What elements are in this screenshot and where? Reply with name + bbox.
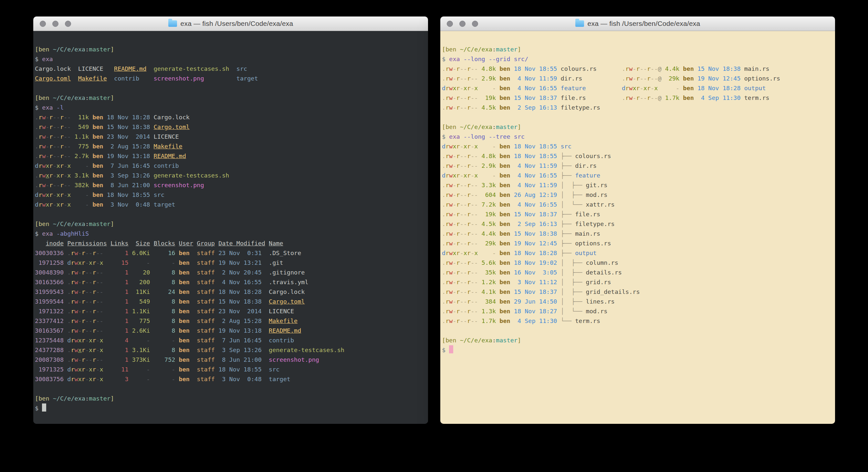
terminal-line: 30163567 .rw-r--r-- 1 2.6Ki 8 ben staff … bbox=[35, 326, 426, 335]
terminal-line: .rw-r--r-- 1.2k ben 3 Nov 11:12 │ ├── gr… bbox=[442, 277, 833, 287]
terminal-line: 30083756 drwxr-xr-x 3 - - ben staff 3 No… bbox=[35, 374, 426, 384]
terminal-line: 30030336 .rw-r--r-- 1 6.0Ki 16 ben staff… bbox=[35, 248, 426, 258]
terminal-line: .rw-r--r-- 775 ben 2 Aug 15:28 Makefile bbox=[35, 142, 426, 151]
window-title: exa — fish /Users/ben/Code/exa/exa bbox=[168, 20, 293, 28]
terminal-line: [ben ~/C/e/exa:master] bbox=[35, 45, 426, 54]
window-controls bbox=[447, 17, 478, 31]
terminal-line: drwxr-xr-x - ben 3 Nov 0:48 target bbox=[35, 200, 426, 209]
zoom-button[interactable] bbox=[65, 21, 71, 27]
terminal-line: .rw-r--r-- 4.5k ben 2 Sep 16:13 ├── file… bbox=[442, 219, 833, 229]
terminal-line bbox=[35, 83, 426, 93]
terminal-line: 30163566 .rw-r--r-- 1 200 8 ben staff 4 … bbox=[35, 277, 426, 287]
terminal-line bbox=[35, 209, 426, 219]
window-controls bbox=[40, 17, 71, 31]
terminal-line: Cargo.lock LICENCE README.md generate-te… bbox=[35, 64, 426, 74]
terminal-line: $ exa --long --grid src/ bbox=[442, 54, 833, 64]
terminal-line: .rw-r--r-- 7.2k ben 4 Nov 16:55 │ └── xa… bbox=[442, 200, 833, 209]
left-titlebar[interactable]: exa — fish /Users/ben/Code/exa/exa bbox=[33, 17, 428, 31]
terminal-line: $ bbox=[35, 404, 426, 413]
right-terminal-window: exa — fish /Users/ben/Code/exa/exa [ben … bbox=[440, 17, 835, 424]
terminal-line: $ exa -abghHliS bbox=[35, 229, 426, 239]
terminal-line bbox=[35, 384, 426, 394]
right-terminal-content[interactable]: [ben ~/C/e/exa:master]$ exa --long --gri… bbox=[440, 31, 835, 424]
terminal-line: [ben ~/C/e/exa:master] bbox=[35, 394, 426, 404]
terminal-line: drwxr-xr-x - ben 4 Nov 16:55 ├── feature bbox=[442, 171, 833, 180]
terminal-line: 31959543 .rw-r--r-- 1 11Ki 24 ben staff … bbox=[35, 287, 426, 297]
terminal-line: drwxr-xr-x - ben 18 Nov 18:28 ├── output bbox=[442, 248, 833, 258]
terminal-line: .rw-r--r-- 5.6k ben 18 Nov 19:02 │ ├── c… bbox=[442, 258, 833, 268]
window-title: exa — fish /Users/ben/Code/exa/exa bbox=[575, 20, 700, 28]
terminal-line: drwxr-xr-x - ben 18 Nov 18:55 src bbox=[442, 142, 833, 151]
right-titlebar[interactable]: exa — fish /Users/ben/Code/exa/exa bbox=[440, 17, 835, 31]
terminal-line: [ben ~/C/e/exa:master] bbox=[442, 335, 833, 345]
terminal-line: 24377288 .rwxr-xr-x 1 3.1Ki 8 ben staff … bbox=[35, 345, 426, 355]
terminal-line: .rwxr-xr-x 3.1k ben 3 Sep 13:26 generate… bbox=[35, 171, 426, 180]
terminal-line: 23377412 .rw-r--r-- 1 775 8 ben staff 2 … bbox=[35, 316, 426, 326]
folder-icon bbox=[168, 20, 177, 27]
terminal-line: 30048390 .rw-r--r-- 1 20 8 ben staff 2 N… bbox=[35, 268, 426, 277]
close-button[interactable] bbox=[447, 21, 453, 27]
terminal-line: 1971325 drwxr-xr-x 11 - - ben staff 18 N… bbox=[35, 365, 426, 374]
minimize-button[interactable] bbox=[52, 21, 59, 27]
terminal-line: [ben ~/C/e/exa:master] bbox=[442, 122, 833, 132]
terminal-line: $ exa --long --tree src bbox=[442, 132, 833, 142]
terminal-line: .rw-r--r-- 3.3k ben 4 Nov 11:59 │ ├── gi… bbox=[442, 180, 833, 190]
terminal-line: .rw-r--r-- 1.3k ben 18 Nov 18:27 │ └── m… bbox=[442, 306, 833, 316]
terminal-line: .rw-r--r-- 1.7k ben 4 Sep 11:30 └── term… bbox=[442, 316, 833, 326]
terminal-line: $ bbox=[442, 345, 833, 355]
terminal-line: $ exa -l bbox=[35, 103, 426, 113]
terminal-line: .rw-r--r-- 1.1k ben 23 Nov 2014 LICENCE bbox=[35, 132, 426, 142]
terminal-line: 1971322 .rw-r--r-- 1 1.1Ki 8 ben staff 2… bbox=[35, 306, 426, 316]
terminal-line: .rw-r--r-- 4.8k ben 18 Nov 18:55 ├── col… bbox=[442, 151, 833, 161]
terminal-line: .rw-r--r-- 19k ben 15 Nov 18:37 file.rs … bbox=[442, 93, 833, 103]
minimize-button[interactable] bbox=[459, 21, 465, 27]
window-title-text: exa — fish /Users/ben/Code/exa/exa bbox=[181, 20, 293, 28]
terminal-line: .rw-r--r-- 384 ben 29 Jun 14:50 │ ├── li… bbox=[442, 297, 833, 306]
window-title-text: exa — fish /Users/ben/Code/exa/exa bbox=[588, 20, 700, 28]
terminal-line: .rw-r--r-- 549 ben 15 Nov 18:38 Cargo.to… bbox=[35, 122, 426, 132]
terminal-line bbox=[442, 113, 833, 122]
terminal-cursor bbox=[42, 404, 46, 412]
terminal-line: 31959544 .rw-r--r-- 1 549 8 ben staff 15… bbox=[35, 297, 426, 306]
close-button[interactable] bbox=[40, 21, 46, 27]
left-terminal-window: exa — fish /Users/ben/Code/exa/exa [ben … bbox=[33, 17, 428, 424]
terminal-line: drwxr-xr-x - ben 7 Jun 16:45 contrib bbox=[35, 161, 426, 171]
terminal-line: [ben ~/C/e/exa:master] bbox=[442, 45, 833, 54]
folder-icon bbox=[575, 20, 584, 27]
terminal-line: .rw-r--r-- 4.8k ben 18 Nov 18:55 colours… bbox=[442, 64, 833, 74]
terminal-cursor bbox=[449, 345, 453, 353]
terminal-line: .rw-r--r-- 4.4k ben 15 Nov 18:38 ├── mai… bbox=[442, 229, 833, 239]
terminal-line: .rw-r--r-- 11k ben 18 Nov 18:28 Cargo.lo… bbox=[35, 113, 426, 122]
terminal-line: 12375448 drwxr-xr-x 4 - - ben staff 7 Ju… bbox=[35, 335, 426, 345]
terminal-line: .rw-r--r-- 604 ben 26 Aug 12:19 │ ├── mo… bbox=[442, 190, 833, 200]
terminal-line: .rw-r--r-- 2.7k ben 19 Nov 13:18 README.… bbox=[35, 151, 426, 161]
terminal-line: .rw-r--r-- 29k ben 19 Nov 12:45 ├── opti… bbox=[442, 239, 833, 248]
terminal-line: .rw-r--r-- 2.9k ben 4 Nov 11:59 ├── dir.… bbox=[442, 161, 833, 171]
terminal-line: $ exa bbox=[35, 54, 426, 64]
terminal-line: .rw-r--r-- 382k ben 8 Jun 21:00 screensh… bbox=[35, 180, 426, 190]
terminal-line: [ben ~/C/e/exa:master] bbox=[35, 93, 426, 103]
terminal-line: drwxr-xr-x - ben 4 Nov 16:55 feature drw… bbox=[442, 83, 833, 93]
terminal-line: drwxr-xr-x - ben 18 Nov 18:55 src bbox=[35, 190, 426, 200]
zoom-button[interactable] bbox=[472, 21, 478, 27]
terminal-line: 20087308 .rw-r--r-- 1 373Ki 752 ben staf… bbox=[35, 355, 426, 365]
terminal-line: .rw-r--r-- 2.9k ben 4 Nov 11:59 dir.rs .… bbox=[442, 74, 833, 83]
terminal-line: .rw-r--r-- 35k ben 16 Nov 3:05 │ ├── det… bbox=[442, 268, 833, 277]
terminal-line: .rw-r--r-- 19k ben 15 Nov 18:37 ├── file… bbox=[442, 209, 833, 219]
terminal-line: .rw-r--r-- 4.5k ben 2 Sep 16:13 filetype… bbox=[442, 103, 833, 113]
terminal-line: 1971258 drwxr-xr-x 15 - - ben staff 19 N… bbox=[35, 258, 426, 268]
terminal-line: .rw-r--r-- 4.1k ben 15 Nov 18:37 │ ├── g… bbox=[442, 287, 833, 297]
terminal-line: Cargo.toml Makefile contrib screenshot.p… bbox=[35, 74, 426, 83]
left-terminal-content[interactable]: [ben ~/C/e/exa:master]$ exaCargo.lock LI… bbox=[33, 31, 428, 424]
terminal-line bbox=[442, 326, 833, 335]
terminal-line: [ben ~/C/e/exa:master] bbox=[35, 219, 426, 229]
terminal-line: inode Permissions Links Size Blocks User… bbox=[35, 239, 426, 248]
